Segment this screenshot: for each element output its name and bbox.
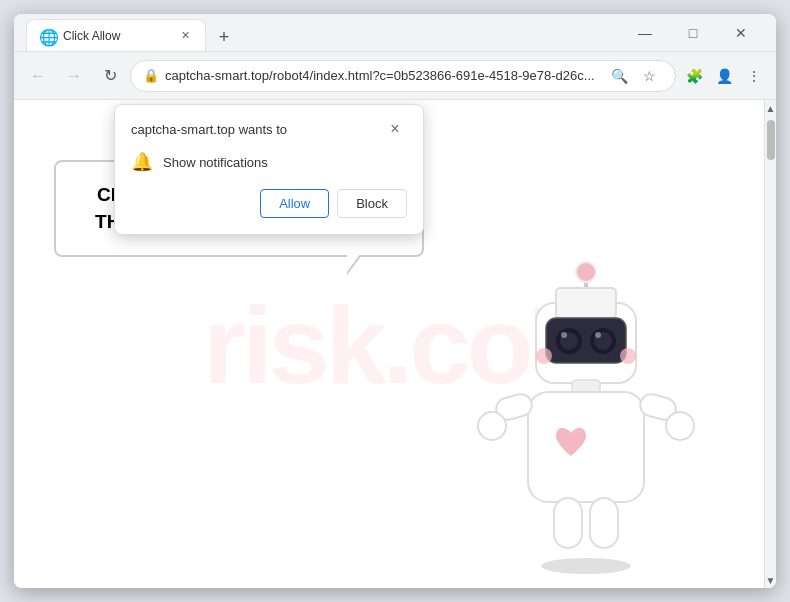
svg-point-12: [620, 348, 636, 364]
active-tab[interactable]: 🌐 Click Allow ✕: [26, 19, 206, 51]
maximize-button[interactable]: □: [670, 14, 716, 52]
address-bar[interactable]: 🔒 captcha-smart.top/robot4/index.html?c=…: [130, 60, 676, 92]
scrollbar[interactable]: ▲ ▼: [764, 100, 776, 588]
bookmark-icon[interactable]: ☆: [635, 62, 663, 90]
notification-popup: captcha-smart.top wants to × 🔔 Show noti…: [114, 104, 424, 235]
svg-rect-14: [528, 392, 644, 502]
address-bar-actions: 🔍 ☆: [605, 62, 663, 90]
bell-icon: 🔔: [131, 151, 153, 173]
svg-rect-19: [554, 498, 582, 548]
scroll-down-button[interactable]: ▼: [765, 572, 776, 588]
title-bar: 🌐 Click Allow ✕ + — □ ✕: [14, 14, 776, 52]
window-controls: — □ ✕: [622, 14, 768, 52]
popup-site-text: captcha-smart.top wants to: [131, 122, 287, 137]
popup-close-button[interactable]: ×: [383, 117, 407, 141]
svg-rect-20: [590, 498, 618, 548]
navigation-bar: ← → ↻ 🔒 captcha-smart.top/robot4/index.h…: [14, 52, 776, 100]
svg-rect-3: [556, 288, 616, 318]
minimize-button[interactable]: —: [622, 14, 668, 52]
lock-icon: 🔒: [143, 68, 159, 83]
svg-point-1: [576, 262, 596, 282]
toolbar-right: 🧩 👤 ⋮: [680, 62, 768, 90]
tab-title: Click Allow: [63, 29, 169, 43]
extensions-icon[interactable]: 🧩: [680, 62, 708, 90]
svg-point-7: [561, 332, 567, 338]
robot-illustration: [476, 248, 696, 588]
svg-point-11: [536, 348, 552, 364]
popup-header: captcha-smart.top wants to ×: [131, 117, 407, 141]
svg-point-21: [541, 558, 631, 574]
tab-favicon-icon: 🌐: [39, 28, 55, 44]
search-icon[interactable]: 🔍: [605, 62, 633, 90]
tab-strip: 🌐 Click Allow ✕ +: [22, 14, 622, 51]
popup-actions: Allow Block: [131, 189, 407, 218]
page-content: risk.co7 captcha-smart.top wants to × 🔔 …: [14, 100, 776, 588]
scroll-thumb[interactable]: [767, 120, 775, 160]
show-notifications-label: Show notifications: [163, 155, 268, 170]
svg-point-18: [666, 412, 694, 440]
account-icon[interactable]: 👤: [710, 62, 738, 90]
close-button[interactable]: ✕: [718, 14, 764, 52]
popup-notification-row: 🔔 Show notifications: [131, 151, 407, 173]
forward-button[interactable]: →: [58, 60, 90, 92]
svg-point-16: [478, 412, 506, 440]
new-tab-button[interactable]: +: [210, 23, 238, 51]
allow-button[interactable]: Allow: [260, 189, 329, 218]
block-button[interactable]: Block: [337, 189, 407, 218]
url-text: captcha-smart.top/robot4/index.html?c=0b…: [165, 68, 599, 83]
browser-window: 🌐 Click Allow ✕ + — □ ✕ ← → ↻ 🔒 captcha-…: [14, 14, 776, 588]
svg-point-10: [595, 332, 601, 338]
menu-icon[interactable]: ⋮: [740, 62, 768, 90]
robot-svg: [476, 248, 696, 588]
tab-close-button[interactable]: ✕: [177, 28, 193, 44]
reload-button[interactable]: ↻: [94, 60, 126, 92]
scroll-up-button[interactable]: ▲: [765, 100, 776, 116]
back-button[interactable]: ←: [22, 60, 54, 92]
